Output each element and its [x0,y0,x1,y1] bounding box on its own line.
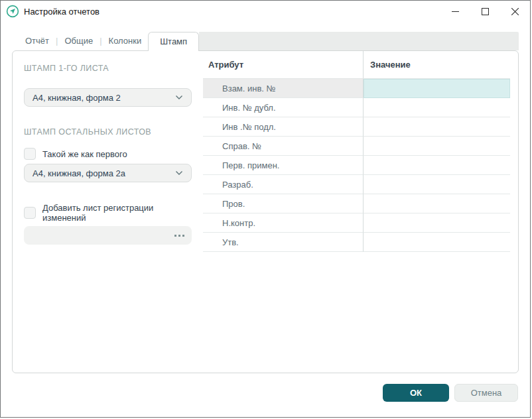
add-registration-sheet-row: Добавить лист регистрации изменений [24,203,192,223]
minimize-icon [452,8,459,15]
tab-bar: Отчёт|Общие|КолонкиШтамп [12,32,519,50]
dialog-footer: ОК Отмена [383,384,518,402]
same-as-first-row: Такой же как первого [24,148,192,160]
first-sheet-stamp-select[interactable]: A4, книжная, форма 2 [24,88,192,107]
value-cell[interactable] [364,156,510,175]
value-cell[interactable] [364,137,510,156]
table-row[interactable]: Утв. [203,233,510,252]
table-row[interactable]: Инв. № дубл. [203,98,510,117]
ok-button[interactable]: ОК [383,384,449,402]
value-cell[interactable] [364,117,510,137]
minimize-button[interactable] [440,1,470,22]
attributes-table-header: Атрибут Значение [203,51,510,79]
close-button[interactable] [500,1,530,22]
value-column-header: Значение [364,51,510,78]
stamp-tab-panel: ШТАМП 1-ГО ЛИСТА A4, книжная, форма 2 ШТ… [12,50,519,373]
table-row[interactable]: Справ. № [203,137,510,156]
add-registration-sheet-checkbox[interactable] [24,207,36,219]
tab-strip-filler [199,32,519,50]
value-cell[interactable] [364,175,510,194]
table-row[interactable]: Взам. инв. № [203,79,510,98]
chevron-down-icon [175,170,183,176]
tab-general[interactable]: Общие [58,32,100,50]
browse-ellipsis-icon[interactable] [174,235,184,237]
other-sheets-stamp-select[interactable]: A4, книжная, форма 2а [24,164,192,182]
maximize-icon [482,8,489,15]
attribute-cell[interactable]: Перв. примен. [203,156,364,175]
close-icon [511,8,519,15]
title-bar: Настройка отчетов [1,1,530,22]
table-row[interactable]: Н.контр. [203,213,510,233]
tab-columns[interactable]: Колонки [102,32,149,50]
attributes-table: Атрибут Значение Взам. инв. №Инв. № дубл… [203,51,510,373]
cancel-button[interactable]: Отмена [454,384,518,402]
table-row[interactable]: Пров. [203,194,510,213]
app-logo-icon [6,5,19,18]
tab-report[interactable]: Отчёт [19,32,56,50]
value-cell[interactable] [364,79,510,98]
attribute-cell[interactable]: Н.контр. [203,213,364,233]
settings-dialog: Настройка отчетов Отчёт|Общие|КолонкиШта… [0,0,531,418]
chevron-down-icon [175,95,183,100]
registration-sheet-field[interactable] [24,226,192,245]
tab-stamp[interactable]: Штамп [148,32,199,51]
same-as-first-checkbox[interactable] [24,148,36,160]
attribute-cell[interactable]: Пров. [203,194,364,213]
table-row[interactable]: Перв. примен. [203,156,510,175]
first-sheet-stamp-value: A4, книжная, форма 2 [33,93,121,103]
value-cell[interactable] [364,233,510,252]
attribute-column-header: Атрибут [203,51,364,78]
maximize-button[interactable] [470,1,500,22]
attribute-cell[interactable]: Инв. № дубл. [203,98,364,117]
attributes-table-body: Взам. инв. №Инв. № дубл.Инв .№ подл.Спра… [203,79,510,252]
first-sheet-stamp-label: ШТАМП 1-ГО ЛИСТА [24,64,192,74]
attribute-cell[interactable]: Справ. № [203,137,364,156]
other-sheets-stamp-label: ШТАМП ОСТАЛЬНЫХ ЛИСТОВ [24,127,192,137]
attribute-cell[interactable]: Взам. инв. № [203,79,364,98]
table-row[interactable]: Разраб. [203,175,510,194]
value-cell[interactable] [364,194,510,213]
attribute-cell[interactable]: Утв. [203,233,364,252]
add-registration-sheet-label: Добавить лист регистрации изменений [42,203,192,223]
other-sheets-stamp-value: A4, книжная, форма 2а [33,168,125,178]
table-row[interactable]: Инв .№ подл. [203,117,510,137]
value-cell[interactable] [364,98,510,117]
value-cell[interactable] [364,213,510,233]
stamp-options: ШТАМП 1-ГО ЛИСТА A4, книжная, форма 2 ШТ… [13,51,203,373]
attribute-cell[interactable]: Инв .№ подл. [203,117,364,137]
window-title: Настройка отчетов [24,7,100,17]
attribute-cell[interactable]: Разраб. [203,175,364,194]
same-as-first-label: Такой же как первого [42,149,127,159]
